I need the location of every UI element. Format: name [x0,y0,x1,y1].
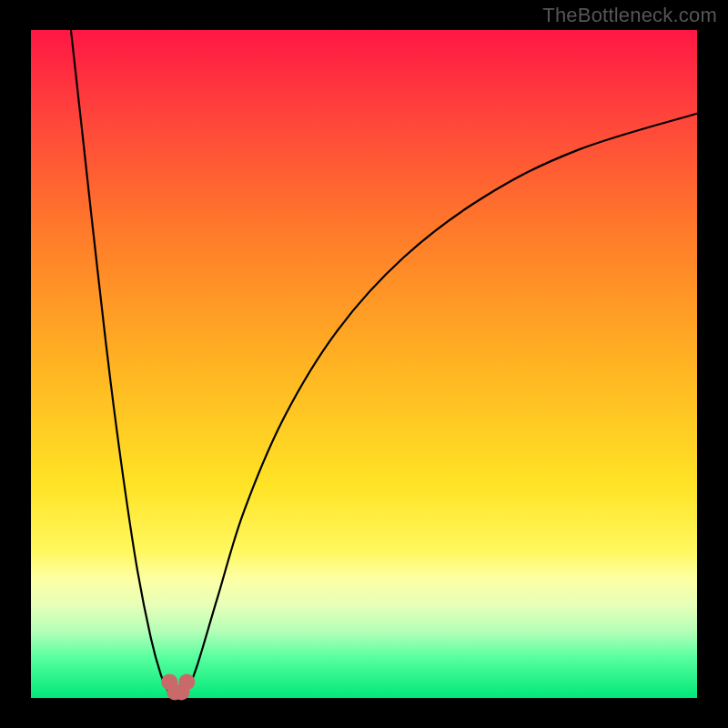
plot-background [31,30,697,698]
bottleneck-chart [0,0,728,728]
bottleneck-marker [178,673,195,690]
watermark-label: TheBottleneck.com [542,4,717,27]
chart-frame: TheBottleneck.com [0,0,728,728]
